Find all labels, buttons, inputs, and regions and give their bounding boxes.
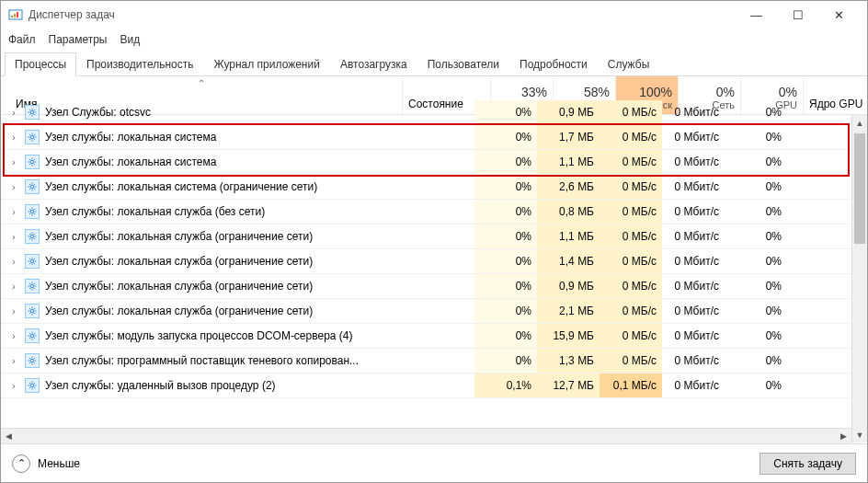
tab-5[interactable]: Подробности xyxy=(509,52,598,75)
process-name: Узел службы: локальная служба (ограничен… xyxy=(45,255,313,268)
process-name: Узел службы: модуль запуска процессов DC… xyxy=(45,329,352,342)
menu-file[interactable]: Файл xyxy=(8,33,36,46)
scroll-up-icon[interactable]: ▲ xyxy=(852,115,867,131)
expand-icon[interactable]: › xyxy=(8,282,19,292)
tab-6[interactable]: Службы xyxy=(598,52,659,75)
cell-cpu: 0,1% xyxy=(474,374,537,397)
cell-network: 0 Мбит/с xyxy=(662,374,725,397)
cell-network: 0 Мбит/с xyxy=(662,349,725,373)
expand-icon[interactable]: › xyxy=(8,356,19,366)
process-name: Узел службы: локальная служба (ограничен… xyxy=(45,305,313,317)
svg-point-15 xyxy=(30,384,34,387)
scroll-left-icon[interactable]: ◀ xyxy=(1,431,17,441)
scroll-down-icon[interactable]: ▼ xyxy=(852,427,867,443)
svg-rect-1 xyxy=(11,16,13,17)
tab-2[interactable]: Журнал приложений xyxy=(204,52,330,75)
process-row[interactable]: ›Узел службы: локальная система (огранич… xyxy=(1,175,851,200)
process-row[interactable]: ›Узел службы: программный поставщик тене… xyxy=(1,349,851,374)
process-row[interactable]: ›Узел службы: локальная служба (ограниче… xyxy=(1,249,851,274)
maximize-button[interactable]: ☐ xyxy=(777,1,818,29)
gear-icon xyxy=(25,204,40,219)
vertical-scrollbar[interactable]: ▲ ▼ xyxy=(851,115,867,443)
cell-gpu: 0% xyxy=(725,200,787,224)
minimize-button[interactable]: — xyxy=(736,1,777,29)
end-task-button[interactable]: Снять задачу xyxy=(760,453,856,475)
expand-icon[interactable]: › xyxy=(8,207,19,217)
fewer-details-button[interactable]: ⌃ Меньше xyxy=(12,454,80,473)
cell-gpu: 0% xyxy=(725,125,787,149)
close-button[interactable]: ✕ xyxy=(818,1,860,29)
cell-cpu: 0% xyxy=(474,200,537,224)
cell-cpu: 0% xyxy=(474,249,537,273)
app-icon xyxy=(8,7,23,22)
process-row[interactable]: ›Узел службы: локальная служба (ограниче… xyxy=(1,274,851,299)
cell-network: 0 Мбит/с xyxy=(662,200,725,224)
cell-network: 0 Мбит/с xyxy=(662,125,725,149)
process-row[interactable]: ›Узел службы: локальная система0%1,1 МБ0… xyxy=(1,150,851,175)
expand-icon[interactable]: › xyxy=(8,306,19,316)
horizontal-scrollbar[interactable]: ◀ ▶ xyxy=(1,428,851,443)
cell-disk: 0 МБ/с xyxy=(600,249,662,273)
expand-icon[interactable]: › xyxy=(8,132,19,143)
svg-point-6 xyxy=(30,160,34,164)
svg-point-11 xyxy=(30,284,34,288)
process-list: ›Узел Службы: otcsvc0%0,9 МБ0 МБ/с0 Мбит… xyxy=(1,100,851,398)
expand-icon[interactable]: › xyxy=(8,182,19,192)
cell-cpu: 0% xyxy=(474,324,537,348)
cell-cpu: 0% xyxy=(474,125,537,149)
process-row[interactable]: ›Узел службы: модуль запуска процессов D… xyxy=(1,324,851,349)
process-row[interactable]: ›Узел Службы: otcsvc0%0,9 МБ0 МБ/с0 Мбит… xyxy=(1,100,851,125)
svg-point-4 xyxy=(30,110,34,114)
cell-disk: 0,1 МБ/с xyxy=(600,374,662,397)
process-name: Узел службы: локальная служба (ограничен… xyxy=(45,230,313,243)
cell-memory: 0,8 МБ xyxy=(537,200,600,224)
cell-disk: 0 МБ/с xyxy=(600,200,662,224)
expand-icon[interactable]: › xyxy=(8,232,19,242)
cell-network: 0 Мбит/с xyxy=(662,150,725,174)
process-name: Узел службы: локальная система xyxy=(45,155,216,168)
tab-3[interactable]: Автозагрузка xyxy=(330,52,417,75)
cell-cpu: 0% xyxy=(474,100,537,124)
cell-gpu: 0% xyxy=(725,100,787,124)
cell-disk: 0 МБ/с xyxy=(600,150,662,174)
svg-rect-2 xyxy=(14,14,16,17)
tab-1[interactable]: Производительность xyxy=(76,52,203,75)
process-name: Узел службы: локальная система xyxy=(45,131,216,144)
expand-icon[interactable]: › xyxy=(8,157,19,167)
cell-memory: 1,3 МБ xyxy=(537,349,600,373)
process-row[interactable]: ›Узел службы: локальная система0%1,7 МБ0… xyxy=(1,125,851,150)
cell-gpu: 0% xyxy=(725,349,787,373)
cell-disk: 0 МБ/с xyxy=(600,125,662,149)
cell-gpu: 0% xyxy=(725,224,787,248)
cell-gpu: 0% xyxy=(725,299,787,323)
process-row[interactable]: ›Узел службы: локальная служба (ограниче… xyxy=(1,224,851,249)
gear-icon xyxy=(25,328,40,343)
tab-4[interactable]: Пользователи xyxy=(417,52,509,75)
cell-memory: 0,9 МБ xyxy=(537,274,600,298)
expand-icon[interactable]: › xyxy=(8,108,19,118)
cell-disk: 0 МБ/с xyxy=(600,349,662,373)
svg-point-13 xyxy=(30,334,34,338)
cell-cpu: 0% xyxy=(474,224,537,248)
menu-options[interactable]: Параметры xyxy=(49,33,108,46)
expand-icon[interactable]: › xyxy=(8,257,19,267)
cell-gpu: 0% xyxy=(725,175,787,199)
cell-memory: 15,9 МБ xyxy=(537,324,600,348)
scroll-right-icon[interactable]: ▶ xyxy=(836,431,851,441)
menu-view[interactable]: Вид xyxy=(120,33,140,46)
cell-cpu: 0% xyxy=(474,150,537,174)
cell-gpu: 0% xyxy=(725,274,787,298)
process-row[interactable]: ›Узел службы: локальная служба (ограниче… xyxy=(1,299,851,324)
gear-icon xyxy=(25,279,40,293)
expand-icon[interactable]: › xyxy=(8,331,19,341)
expand-icon[interactable]: › xyxy=(8,381,19,391)
cell-disk: 0 МБ/с xyxy=(600,224,662,248)
process-name: Узел службы: программный поставщик тенев… xyxy=(45,354,359,367)
cell-gpu: 0% xyxy=(725,249,787,273)
tab-0[interactable]: Процессы xyxy=(5,52,76,76)
process-row[interactable]: ›Узел службы: удаленный вызов процедур (… xyxy=(1,374,851,398)
process-row[interactable]: ›Узел службы: локальная служба (без сети… xyxy=(1,200,851,224)
gear-icon xyxy=(25,254,40,269)
cell-network: 0 Мбит/с xyxy=(662,175,725,199)
scrollbar-thumb[interactable] xyxy=(854,133,865,244)
